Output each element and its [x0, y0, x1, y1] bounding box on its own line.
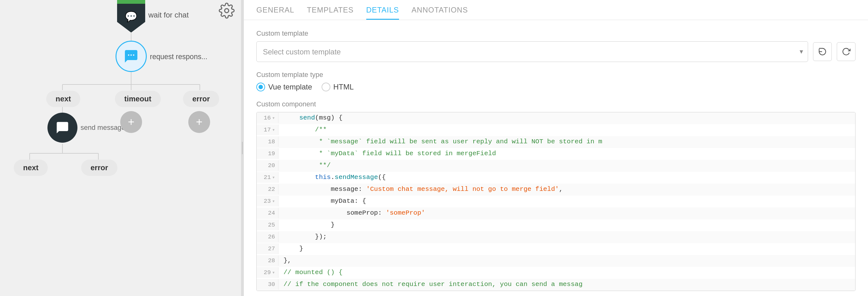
svg-text:💬: 💬: [125, 11, 137, 23]
code-line-25: 25 }: [257, 219, 855, 231]
code-line-20: 20 **/: [257, 160, 855, 172]
code-content-27: }: [279, 243, 855, 254]
line-num-21: 21▾: [257, 172, 279, 183]
code-line-23: 23▾ myData: {: [257, 195, 855, 208]
code-content-20: **/: [279, 160, 855, 171]
code-content-17: /**: [279, 124, 855, 135]
line-num-16: 16▾: [257, 113, 279, 123]
code-line-17: 17▾ /**: [257, 124, 855, 136]
html-label: HTML: [334, 83, 354, 91]
line-num-20: 20: [257, 160, 279, 171]
html-radio[interactable]: HTML: [321, 83, 354, 91]
line-num-22: 22: [257, 184, 279, 195]
tab-general[interactable]: GENERAL: [256, 0, 294, 20]
plus-node-error[interactable]: +: [188, 111, 210, 133]
tab-details[interactable]: DETAILS: [366, 0, 399, 20]
code-editor[interactable]: 16▾ send(msg) { 17▾ /** 18: [256, 112, 856, 291]
line-num-25: 25: [257, 220, 279, 230]
code-line-19: 19 * `myData` field will be stored in me…: [257, 148, 855, 160]
custom-template-select[interactable]: Select custom template: [256, 41, 808, 62]
send-message-label: send message: [81, 124, 125, 132]
refresh-button[interactable]: [837, 42, 856, 61]
code-line-26: 26 });: [257, 231, 855, 243]
line-num-28: 28: [257, 255, 279, 266]
line-num-29: 29▾: [257, 267, 279, 278]
template-select-row: Select custom template ▾: [256, 41, 856, 62]
code-line-18: 18 * `message` field will be sent as use…: [257, 136, 855, 148]
vue-template-label: Vue template: [268, 83, 312, 91]
wait-for-chat-label: wait for chat: [148, 11, 189, 19]
custom-component-label: Custom component: [256, 100, 856, 108]
code-line-29: 29▾ // mounted () {: [257, 267, 855, 279]
code-content-22: message: 'Custom chat message, will not …: [279, 184, 855, 195]
code-line-22: 22 message: 'Custom chat message, will n…: [257, 184, 855, 195]
code-content-28: },: [279, 255, 855, 266]
tab-templates[interactable]: TEMPLATES: [307, 0, 354, 20]
tab-annotations[interactable]: ANNOTATIONS: [411, 0, 468, 20]
next-pill-1[interactable]: next: [46, 91, 80, 107]
vue-template-radio[interactable]: Vue template: [256, 83, 312, 91]
request-response-label: request respons...: [150, 53, 207, 61]
flow-diagram: 💬 wait for chat request respons... next …: [0, 0, 244, 296]
code-content-30: // if the component does not require use…: [279, 279, 855, 290]
code-content-21: this.sendMessage({: [279, 172, 855, 183]
undo-button[interactable]: [813, 42, 832, 61]
line-num-30: 30: [257, 279, 279, 290]
error-pill-1[interactable]: error: [183, 91, 219, 107]
timeout-pill[interactable]: timeout: [115, 91, 161, 107]
flow-panel: 💬 wait for chat request respons... next …: [0, 0, 244, 296]
code-lines: 16▾ send(msg) { 17▾ /** 18: [257, 112, 855, 291]
template-select-wrapper: Select custom template ▾: [256, 41, 808, 62]
code-line-30: 30 // if the component does not require …: [257, 279, 855, 291]
line-num-18: 18: [257, 136, 279, 147]
line-num-27: 27: [257, 243, 279, 254]
custom-template-label: Custom template: [256, 29, 856, 37]
next-pill-2[interactable]: next: [14, 160, 48, 176]
code-content-16: send(msg) {: [279, 112, 855, 123]
code-content-19: * `myData` field will be stored in merge…: [279, 148, 855, 159]
code-content-24: someProp: 'someProp': [279, 208, 855, 218]
code-content-26: });: [279, 231, 855, 242]
line-num-23: 23▾: [257, 196, 279, 207]
line-num-24: 24: [257, 208, 279, 218]
code-content-18: * `message` field will be sent as user r…: [279, 136, 855, 147]
code-content-29: // mounted () {: [279, 267, 855, 278]
code-line-27: 27 }: [257, 243, 855, 255]
html-radio-indicator: [321, 83, 330, 91]
line-num-17: 17▾: [257, 125, 279, 135]
line-num-26: 26: [257, 232, 279, 242]
code-content-25: }: [279, 219, 855, 230]
resize-handle[interactable]: [241, 0, 244, 296]
right-panel-content: Custom template Select custom template ▾: [244, 20, 868, 296]
vue-radio-indicator: [256, 83, 265, 91]
send-message-node[interactable]: [48, 113, 78, 143]
custom-template-type-label: Custom template type: [256, 71, 856, 79]
code-line-28: 28 },: [257, 255, 855, 267]
request-response-node[interactable]: [116, 41, 147, 72]
tabs-bar: GENERAL TEMPLATES DETAILS ANNOTATIONS: [244, 0, 868, 20]
template-type-row: Vue template HTML: [256, 83, 856, 91]
error-pill-2[interactable]: error: [81, 160, 117, 176]
right-panel: GENERAL TEMPLATES DETAILS ANNOTATIONS Cu…: [244, 0, 868, 296]
code-line-24: 24 someProp: 'someProp': [257, 208, 855, 219]
wait-for-chat-node[interactable]: 💬: [117, 0, 145, 34]
line-num-19: 19: [257, 148, 279, 159]
plus-node-timeout[interactable]: +: [120, 111, 142, 133]
code-line-16: 16▾ send(msg) {: [257, 112, 855, 124]
code-line-21: 21▾ this.sendMessage({: [257, 172, 855, 184]
code-content-23: myData: {: [279, 195, 855, 207]
svg-rect-12: [117, 0, 145, 4]
